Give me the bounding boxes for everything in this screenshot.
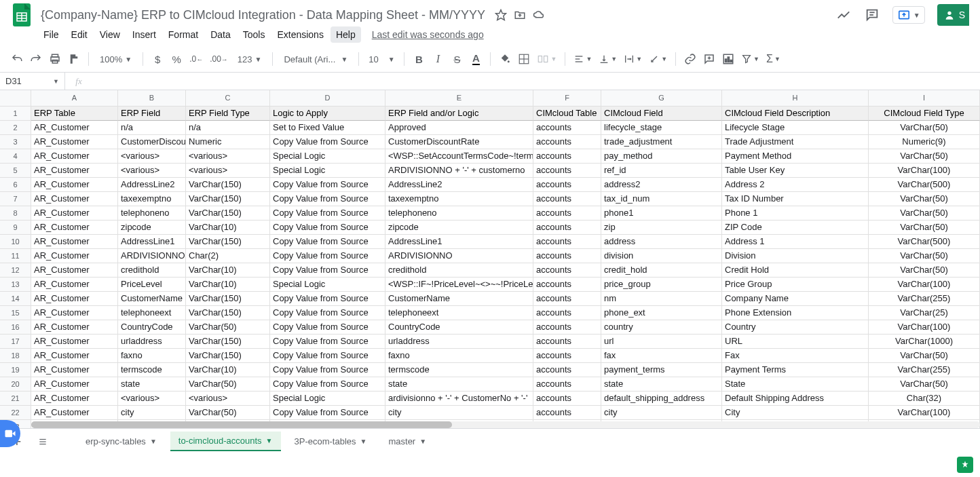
menu-format[interactable]: Format [163, 26, 204, 43]
cell[interactable]: VarChar(150) [186, 292, 270, 306]
cell[interactable]: Country [722, 320, 869, 335]
menu-file[interactable]: File [38, 26, 64, 43]
cell[interactable]: accounts [533, 164, 601, 178]
menu-extensions[interactable]: Extensions [271, 26, 328, 43]
cell[interactable]: pay_method [601, 149, 722, 164]
cell[interactable]: <various> [118, 392, 186, 406]
row-header[interactable]: 20 [0, 377, 31, 392]
cell[interactable]: AR_Customer [31, 377, 118, 392]
cell[interactable]: Special Logic [270, 164, 385, 178]
formula-input[interactable] [92, 73, 980, 90]
cell[interactable]: accounts [533, 377, 601, 392]
cell[interactable]: <various> [186, 392, 270, 406]
valign-icon[interactable]: ▼ [596, 50, 620, 68]
cell[interactable]: VarChar(150) [186, 335, 270, 349]
cell[interactable]: AR_Customer [31, 406, 118, 420]
cell[interactable]: AR_Customer [31, 278, 118, 292]
row-header[interactable]: 14 [0, 292, 31, 306]
cell[interactable]: url [601, 335, 722, 349]
cell[interactable]: phone1 [601, 206, 722, 221]
rotate-icon[interactable]: ▼ [646, 50, 670, 68]
cell[interactable]: VarChar(10) [186, 221, 270, 235]
merge-icon[interactable]: ▼ [534, 50, 559, 68]
name-box[interactable]: D31 ▼ [0, 73, 65, 90]
cell[interactable]: <various> [118, 164, 186, 178]
cell[interactable]: Copy Value from Source [270, 335, 385, 349]
cell[interactable]: faxno [385, 349, 533, 363]
cell[interactable]: Payment Method [722, 149, 869, 164]
cell[interactable]: Credit Hold [722, 263, 869, 278]
select-all-corner[interactable] [0, 90, 31, 106]
col-header-D[interactable]: D [270, 90, 385, 106]
cell[interactable]: AR_Customer [31, 221, 118, 235]
cell[interactable]: VarChar(100) [869, 320, 980, 335]
cell[interactable]: city [601, 406, 722, 420]
filter-icon[interactable]: ▼ [738, 50, 762, 68]
row-header[interactable]: 18 [0, 349, 31, 363]
cell[interactable]: Lifecycle Stage [722, 121, 869, 135]
cell[interactable]: accounts [533, 263, 601, 278]
cell[interactable]: PriceLevel [118, 278, 186, 292]
row-header[interactable]: 4 [0, 149, 31, 164]
italic-icon[interactable]: I [429, 50, 447, 68]
cell[interactable]: accounts [533, 192, 601, 206]
cell[interactable]: fax [601, 349, 722, 363]
cell[interactable]: Price Group [722, 278, 869, 292]
cell[interactable]: n/a [186, 121, 270, 135]
percent-icon[interactable]: % [168, 50, 185, 68]
cell[interactable]: Copy Value from Source [270, 178, 385, 192]
col-header-I[interactable]: I [869, 90, 980, 106]
cell[interactable]: state [385, 377, 533, 392]
cell[interactable]: accounts [533, 392, 601, 406]
cell[interactable]: accounts [533, 178, 601, 192]
cell[interactable]: VarChar(50) [186, 320, 270, 335]
row-header[interactable]: 11 [0, 249, 31, 263]
cell[interactable]: AR_Customer [31, 363, 118, 377]
cell[interactable]: urladdress [118, 335, 186, 349]
activity-icon[interactable] [835, 7, 852, 23]
cell[interactable]: accounts [533, 221, 601, 235]
cell[interactable]: Copy Value from Source [270, 320, 385, 335]
cell[interactable]: Copy Value from Source [270, 135, 385, 149]
cloud-icon[interactable] [533, 9, 545, 21]
row-header[interactable]: 7 [0, 192, 31, 206]
cell[interactable]: credithold [385, 263, 533, 278]
cell[interactable]: CountryCode [118, 320, 186, 335]
cell[interactable]: CustomerDiscountRate [385, 135, 533, 149]
cell[interactable]: AR_Customer [31, 121, 118, 135]
cell[interactable]: Copy Value from Source [270, 406, 385, 420]
cell[interactable]: accounts [533, 363, 601, 377]
sheet-tab-erp-sync[interactable]: erp-sync-tables▼ [77, 432, 165, 451]
star-icon[interactable] [495, 9, 507, 21]
cell[interactable]: Tax ID Number [722, 192, 869, 206]
cell[interactable]: Fax [722, 349, 869, 363]
cell[interactable]: VarChar(100) [869, 278, 980, 292]
cell[interactable]: CustomerName [118, 292, 186, 306]
row-header[interactable]: 13 [0, 278, 31, 292]
row-header[interactable]: 19 [0, 363, 31, 377]
cell[interactable]: accounts [533, 249, 601, 263]
cell[interactable]: <various> [118, 149, 186, 164]
cell[interactable]: State [722, 377, 869, 392]
cell[interactable]: Copy Value from Source [270, 292, 385, 306]
text-color-icon[interactable]: A [467, 50, 485, 68]
comment-icon[interactable] [700, 50, 718, 68]
cell[interactable]: taxexemptno [385, 192, 533, 206]
cell[interactable]: VarChar(150) [186, 178, 270, 192]
cell[interactable]: VarChar(50) [869, 263, 980, 278]
last-edit-link[interactable]: Last edit was seconds ago [372, 29, 484, 40]
cell[interactable]: zipcode [385, 221, 533, 235]
cell[interactable]: price_group [601, 278, 722, 292]
move-icon[interactable] [514, 9, 526, 21]
cell[interactable]: ARDIVISIONNO + '-' + customerno [385, 164, 533, 178]
cell[interactable]: accounts [533, 149, 601, 164]
row-header[interactable]: 9 [0, 221, 31, 235]
cell[interactable]: VarChar(255) [869, 363, 980, 377]
cell[interactable]: faxno [118, 349, 186, 363]
cell[interactable]: AR_Customer [31, 335, 118, 349]
cell[interactable]: VarChar(150) [186, 192, 270, 206]
cell[interactable]: VarChar(25) [869, 306, 980, 320]
cell[interactable]: Char(2) [186, 249, 270, 263]
cell[interactable]: Copy Value from Source [270, 363, 385, 377]
cell[interactable]: termscode [385, 363, 533, 377]
